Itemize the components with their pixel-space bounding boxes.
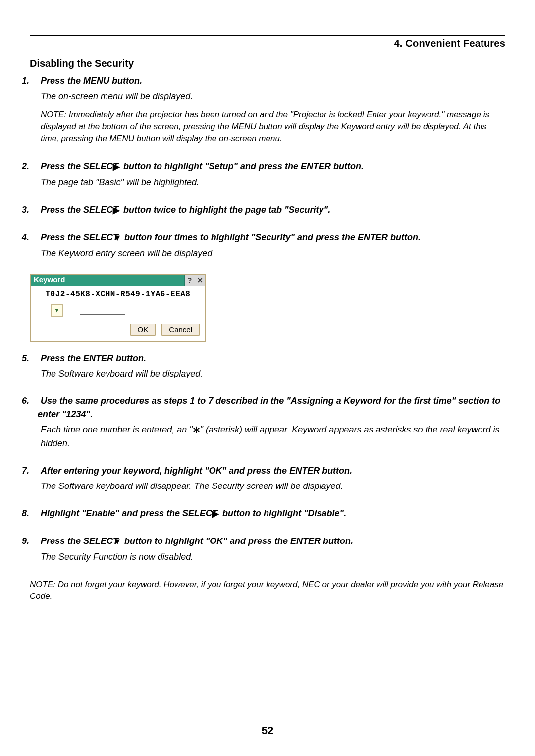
asterisk-icon: ✻ <box>193 424 200 437</box>
final-note: NOTE: Do not forget your keyword. Howeve… <box>30 578 505 604</box>
keyword-input[interactable] <box>80 305 125 315</box>
step-number: 3. <box>30 203 41 216</box>
step-number: 8. <box>30 507 41 520</box>
step-7: 7.After entering your keyword, highlight… <box>30 464 505 493</box>
step-number: 5. <box>30 352 41 365</box>
step-heading: 2.Press the SELECT ▶ button to highlight… <box>38 160 505 174</box>
step-number: 1. <box>30 74 41 88</box>
step-heading-text: Press the ENTER button. <box>41 353 146 363</box>
step-heading: 9.Press the SELECT ▼ button to highlight… <box>38 535 505 548</box>
step-number: 7. <box>30 464 41 478</box>
step-desc: The page tab "Basic" will be highlighted… <box>41 176 505 189</box>
step-desc: The on-screen menu will be displayed. <box>41 90 505 103</box>
step-heading: 3.Press the SELECT ▶ button twice to hig… <box>38 203 505 217</box>
step-heading-text: Press the MENU button. <box>41 76 142 86</box>
dialog-code: T0J2-45K8-XCHN-R549-1YA6-EEA8 <box>31 286 205 302</box>
chapter-heading: 4. Convenient Features <box>30 38 505 49</box>
step-5: 5.Press the ENTER button. The Software k… <box>30 352 505 380</box>
step-4: 4.Press the SELECT ▼ button four times t… <box>30 231 505 260</box>
step-heading: 8.Highlight "Enable" and press the SELEC… <box>38 507 505 521</box>
step-desc: The Security Function is now disabled. <box>41 550 505 564</box>
close-icon[interactable]: ✕ <box>195 275 205 286</box>
cancel-button[interactable]: Cancel <box>161 324 200 336</box>
step-heading-text: Press the SELECT ▼ button to highlight "… <box>41 536 353 546</box>
step-heading-text: Press the SELECT ▶ button to highlight "… <box>41 162 364 171</box>
keyword-dialog-figure: Keyword ? ✕ T0J2-45K8-XCHN-R549-1YA6-EEA… <box>30 274 505 342</box>
step-9: 9.Press the SELECT ▼ button to highlight… <box>30 535 505 564</box>
step-2: 2.Press the SELECT ▶ button to highlight… <box>30 160 505 189</box>
dialog-button-row: OK Cancel <box>31 321 205 341</box>
top-rule <box>30 35 505 36</box>
step-heading-text: Press the SELECT ▼ button four times to … <box>41 232 421 242</box>
dropdown-icon[interactable]: ▼ <box>51 304 63 317</box>
dialog-input-row: ▼ <box>31 302 205 321</box>
step-number: 2. <box>30 160 41 173</box>
ok-button[interactable]: OK <box>130 324 157 336</box>
step-heading: 4.Press the SELECT ▼ button four times t… <box>38 231 505 245</box>
step-heading: 6.Use the same procedures as steps 1 to … <box>38 394 505 421</box>
step-heading-text: Use the same procedures as steps 1 to 7 … <box>38 396 500 419</box>
dialog-titlebar: Keyword ? ✕ <box>31 275 205 286</box>
step-heading-text: After entering your keyword, highlight "… <box>41 466 352 476</box>
step-6: 6.Use the same procedures as steps 1 to … <box>30 394 505 450</box>
step-heading-text: Highlight "Enable" and press the SELECT … <box>41 508 346 518</box>
step-3: 3.Press the SELECT ▶ button twice to hig… <box>30 203 505 217</box>
step-desc: The Software keyboard will be displayed. <box>41 367 505 380</box>
dialog-title: Keyword <box>31 275 184 286</box>
help-icon[interactable]: ? <box>184 275 195 286</box>
step-1: 1.Press the MENU button. The on-screen m… <box>30 74 505 146</box>
step-number: 9. <box>30 535 41 548</box>
step-heading: 5.Press the ENTER button. <box>38 352 505 365</box>
step-number: 6. <box>30 394 41 408</box>
step-desc: The Software keyboard will disappear. Th… <box>41 480 505 493</box>
keyword-dialog: Keyword ? ✕ T0J2-45K8-XCHN-R549-1YA6-EEA… <box>30 274 206 342</box>
page-number: 52 <box>0 724 535 737</box>
step-number: 4. <box>30 231 41 244</box>
step-heading-text: Press the SELECT ▶ button twice to highl… <box>41 205 330 215</box>
step-desc: The Keyword entry screen will be display… <box>41 247 505 260</box>
manual-page: 4. Convenient Features Disabling the Sec… <box>0 0 535 756</box>
step-desc: Each time one number is entered, an "✻" … <box>41 423 505 450</box>
note-box: NOTE: Immediately after the projector ha… <box>41 108 505 146</box>
step-8: 8.Highlight "Enable" and press the SELEC… <box>30 507 505 521</box>
section-title: Disabling the Security <box>30 58 505 69</box>
step-heading: 1.Press the MENU button. <box>38 74 505 88</box>
step-heading: 7.After entering your keyword, highlight… <box>38 464 505 478</box>
